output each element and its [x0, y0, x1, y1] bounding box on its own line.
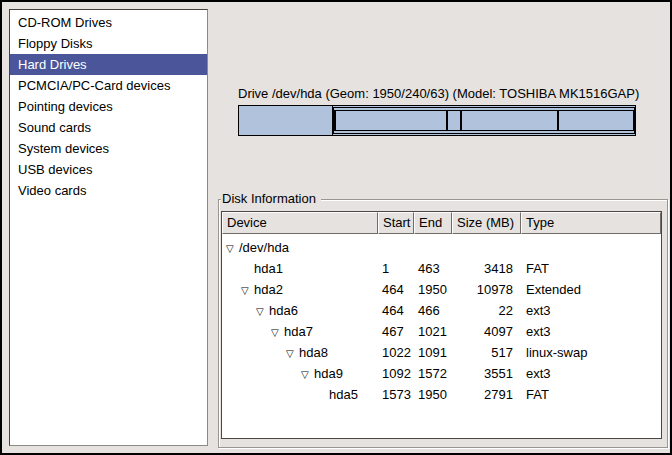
- cell-size: 22: [452, 300, 521, 321]
- cell-type: ext3: [521, 300, 661, 321]
- table-row-hda7[interactable]: ▽hda746710214097ext3: [222, 321, 661, 342]
- sidebar-item-video-cards[interactable]: Video cards: [10, 180, 207, 201]
- sidebar-item-hard-drives[interactable]: Hard Drives: [10, 54, 207, 75]
- device-name: hda6: [269, 303, 298, 318]
- cell-start: 1: [378, 258, 414, 279]
- cell-start: 1092: [378, 363, 414, 384]
- partition-bar: [238, 105, 636, 136]
- partition-segment-hda1: [239, 106, 333, 135]
- disk-table: DeviceStartEndSize (MB)Type ▽/dev/hdahda…: [221, 211, 662, 439]
- expander-icon[interactable]: ▽: [241, 280, 254, 300]
- cell-size: 10978: [452, 279, 521, 300]
- cell-start: 464: [378, 300, 414, 321]
- drive-info-label: Drive /dev/hda (Geom: 1950/240/63) (Mode…: [238, 86, 636, 102]
- sidebar-item-pointing-devices[interactable]: Pointing devices: [10, 96, 207, 117]
- device-name: hda5: [329, 387, 358, 402]
- cell-device: ▽/dev/hda: [222, 237, 378, 258]
- device-name: hda8: [299, 345, 328, 360]
- sidebar-item-pcmcia-pc-card-devices[interactable]: PCMCIA/PC-Card devices: [10, 75, 207, 96]
- table-row-hda9[interactable]: ▽hda9109215723551ext3: [222, 363, 661, 384]
- device-name: /dev/hda: [239, 240, 289, 255]
- cell-end: 1021: [414, 321, 452, 342]
- cell-device: ▽hda6: [222, 300, 378, 321]
- cell-start: 467: [378, 321, 414, 342]
- column-header-device[interactable]: Device: [222, 212, 378, 234]
- cell-type: [521, 237, 661, 258]
- cell-type: ext3: [521, 321, 661, 342]
- device-name: hda7: [284, 324, 313, 339]
- table-row-dev-hda[interactable]: ▽/dev/hda: [222, 237, 661, 258]
- cell-device: ▽hda9: [222, 363, 378, 384]
- hardware-browser-window: CD-ROM DrivesFloppy DisksHard DrivesPCMC…: [0, 0, 672, 455]
- device-name: hda9: [314, 366, 343, 381]
- expander-icon[interactable]: ▽: [256, 301, 269, 321]
- cell-end: 1950: [414, 279, 452, 300]
- sidebar-item-floppy-disks[interactable]: Floppy Disks: [10, 33, 207, 54]
- table-body: ▽/dev/hdahda114633418FAT▽hda246419501097…: [222, 234, 661, 405]
- sidebar-item-sound-cards[interactable]: Sound cards: [10, 117, 207, 138]
- cell-device: ▽hda8: [222, 342, 378, 363]
- sidebar-item-usb-devices[interactable]: USB devices: [10, 159, 207, 180]
- expander-icon[interactable]: ▽: [271, 322, 284, 342]
- cell-type: Extended: [521, 279, 661, 300]
- table-row-hda2[interactable]: ▽hda2464195010978Extended: [222, 279, 661, 300]
- cell-type: FAT: [521, 384, 661, 405]
- device-name: hda2: [254, 282, 283, 297]
- device-name: hda1: [254, 261, 283, 276]
- partition-segment-hda8: [447, 110, 461, 131]
- cell-size: [452, 237, 521, 258]
- cell-start: [378, 237, 414, 258]
- expander-icon[interactable]: ▽: [301, 364, 314, 384]
- cell-end: 1091: [414, 342, 452, 363]
- sidebar-item-cd-rom-drives[interactable]: CD-ROM Drives: [10, 12, 207, 33]
- cell-start: 1022: [378, 342, 414, 363]
- expander-icon[interactable]: ▽: [286, 343, 299, 363]
- cell-end: 463: [414, 258, 452, 279]
- cell-size: 4097: [452, 321, 521, 342]
- sidebar-item-system-devices[interactable]: System devices: [10, 138, 207, 159]
- device-list: CD-ROM DrivesFloppy DisksHard DrivesPCMC…: [9, 9, 208, 446]
- column-header-end[interactable]: End: [414, 212, 452, 234]
- cell-size: 3418: [452, 258, 521, 279]
- cell-device: ▽hda2: [222, 279, 378, 300]
- partition-segment-hda5: [558, 110, 634, 131]
- table-row-hda5[interactable]: hda5157319502791FAT: [222, 384, 661, 405]
- column-header-start[interactable]: Start: [378, 212, 414, 234]
- cell-end: 1950: [414, 384, 452, 405]
- cell-type: ext3: [521, 363, 661, 384]
- cell-size: 517: [452, 342, 521, 363]
- cell-end: 466: [414, 300, 452, 321]
- cell-type: FAT: [521, 258, 661, 279]
- cell-type: linux-swap: [521, 342, 661, 363]
- cell-device: ▽hda7: [222, 321, 378, 342]
- cell-device: hda1: [222, 258, 378, 279]
- cell-device: hda5: [222, 384, 378, 405]
- table-header: DeviceStartEndSize (MB)Type: [222, 212, 661, 234]
- cell-end: 1572: [414, 363, 452, 384]
- column-header-type[interactable]: Type: [521, 212, 661, 234]
- cell-size: 2791: [452, 384, 521, 405]
- partition-segment-hda2: [333, 107, 635, 134]
- expander-icon[interactable]: ▽: [226, 238, 239, 258]
- partition-segment-hda7: [335, 110, 447, 131]
- cell-size: 3551: [452, 363, 521, 384]
- disk-information-frame: Disk Information DeviceStartEndSize (MB)…: [218, 199, 668, 448]
- column-header-size-mb[interactable]: Size (MB): [452, 212, 521, 234]
- cell-end: [414, 237, 452, 258]
- cell-start: 464: [378, 279, 414, 300]
- table-row-hda8[interactable]: ▽hda810221091517linux-swap: [222, 342, 661, 363]
- partition-segment-hda9: [461, 110, 558, 131]
- cell-start: 1573: [378, 384, 414, 405]
- table-row-hda6[interactable]: ▽hda646446622ext3: [222, 300, 661, 321]
- disk-information-frame-label: Disk Information: [221, 191, 321, 207]
- table-row-hda1[interactable]: hda114633418FAT: [222, 258, 661, 279]
